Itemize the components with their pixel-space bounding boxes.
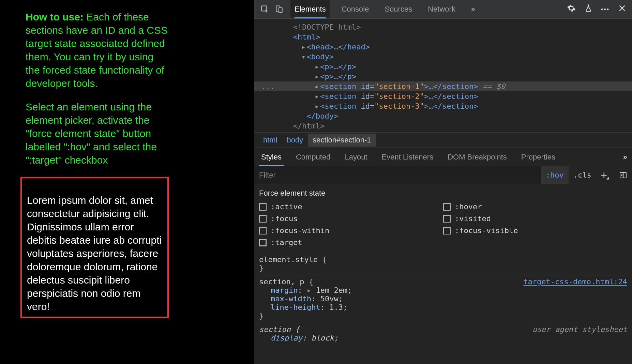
- style-rules: element.style { } target-css-demo.html:2…: [254, 253, 632, 345]
- subtab-properties[interactable]: Properties: [519, 148, 557, 166]
- dom-tree[interactable]: <!DOCTYPE html> <html> ▸<head>…</head> ▾…: [254, 19, 632, 132]
- force-state-active[interactable]: :active: [259, 202, 443, 211]
- dom-line[interactable]: ▸<section id="section-2">…</section>: [254, 91, 632, 101]
- subtab-styles[interactable]: Styles: [259, 148, 284, 166]
- devtools: Elements Console Sources Network » •••: [254, 0, 632, 364]
- crumb-body[interactable]: body: [282, 134, 308, 147]
- force-state-hover[interactable]: :hover: [443, 202, 627, 211]
- intro-paragraph-1: How to use: Each of these sections have …: [26, 10, 169, 90]
- new-style-rule-icon[interactable]: +◢: [596, 166, 614, 184]
- intro-label: How to use:: [26, 11, 84, 22]
- dom-line[interactable]: <html>: [254, 32, 632, 42]
- experiments-flask-icon[interactable]: [584, 4, 593, 15]
- force-state-focus-within[interactable]: :focus-within: [259, 226, 443, 235]
- force-state-target[interactable]: :target: [259, 238, 443, 247]
- dom-line[interactable]: ▸<p>…</p>: [254, 72, 632, 81]
- page-preview: How to use: Each of these sections have …: [0, 0, 254, 364]
- rule-source-ua: user agent stylesheet: [532, 325, 627, 334]
- rule-user-agent[interactable]: user agent stylesheet section { display:…: [254, 323, 632, 345]
- intro-paragraph-2: Select an element using the element pick…: [26, 100, 169, 167]
- force-state-hov-button[interactable]: :hov: [541, 166, 569, 184]
- styles-tabs: Styles Computed Layout Event Listeners D…: [254, 148, 632, 166]
- dom-line[interactable]: </html>: [254, 121, 632, 131]
- tab-network[interactable]: Network: [424, 0, 460, 18]
- settings-gear-icon[interactable]: [567, 4, 576, 15]
- rule-section-p[interactable]: target-css-demo.html:24 section, p { mar…: [254, 275, 632, 323]
- subtabs-overflow-icon[interactable]: »: [623, 153, 627, 162]
- dom-line[interactable]: ▸<p>…</p>: [254, 62, 632, 72]
- subtab-computed[interactable]: Computed: [294, 148, 333, 166]
- dom-line[interactable]: ▾<body>: [254, 52, 632, 62]
- dom-line[interactable]: </body>: [254, 111, 632, 121]
- subtab-event-listeners[interactable]: Event Listeners: [380, 148, 436, 166]
- styles-filter-row: :hov .cls +◢: [254, 166, 632, 184]
- devtools-main-tabs: Elements Console Sources Network »: [290, 0, 479, 18]
- tabs-overflow-icon[interactable]: »: [467, 0, 479, 18]
- intro-rest: Each of these sections have an ID and a …: [26, 11, 168, 89]
- dom-breadcrumb: html body section#section-1: [254, 132, 632, 148]
- computed-sidebar-toggle-icon[interactable]: [614, 166, 632, 184]
- close-devtools-icon[interactable]: [618, 4, 627, 15]
- force-state-focus-visible[interactable]: :focus-visible: [443, 226, 627, 235]
- tab-console[interactable]: Console: [337, 0, 373, 18]
- section-1-text: Lorem ipsum dolor sit, amet consectetur …: [27, 194, 162, 313]
- crumb-html[interactable]: html: [258, 134, 282, 147]
- force-state-title: Force element state: [259, 189, 627, 198]
- force-state-visited[interactable]: :visited: [443, 214, 627, 223]
- subtab-layout[interactable]: Layout: [343, 148, 369, 166]
- crumb-section[interactable]: section#section-1: [308, 134, 376, 147]
- dom-line[interactable]: ... ▸<section id="section-1">…</section>…: [254, 81, 632, 91]
- styles-filter-input[interactable]: [254, 166, 541, 184]
- inspect-element-icon[interactable]: [258, 2, 272, 16]
- dom-line[interactable]: <!DOCTYPE html>: [254, 22, 632, 32]
- tab-sources[interactable]: Sources: [380, 0, 416, 18]
- rule-source-link[interactable]: target-css-demo.html:24: [523, 277, 627, 286]
- subtab-dom-breakpoints[interactable]: DOM Breakpoints: [446, 148, 509, 166]
- element-style-block[interactable]: element.style { }: [254, 253, 632, 275]
- force-element-state-panel: Force element state :active :hover :focu…: [254, 184, 632, 253]
- svg-rect-2: [279, 8, 282, 13]
- device-toolbar-icon[interactable]: [272, 2, 286, 16]
- toggle-classes-cls-button[interactable]: .cls: [569, 166, 596, 184]
- tab-elements[interactable]: Elements: [290, 0, 330, 18]
- dom-line[interactable]: ▸<head>…</head>: [254, 42, 632, 52]
- force-state-focus[interactable]: :focus: [259, 214, 443, 223]
- section-1-targeted[interactable]: Lorem ipsum dolor sit, amet consectetur …: [20, 177, 169, 318]
- devtools-toolbar: Elements Console Sources Network » •••: [254, 0, 632, 19]
- kebab-menu-icon[interactable]: •••: [601, 6, 610, 13]
- dom-line[interactable]: ▸<section id="section-3">…</section>: [254, 101, 632, 111]
